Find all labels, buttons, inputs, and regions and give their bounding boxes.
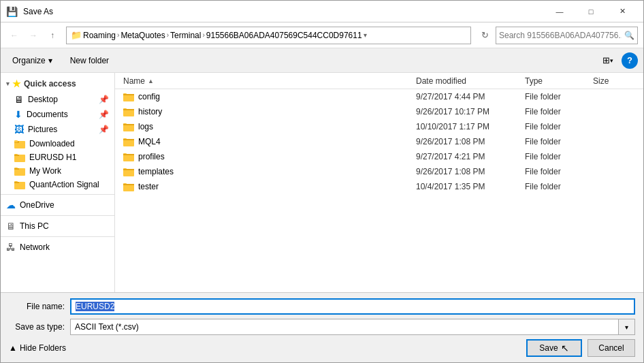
sort-arrow-icon: ▲ [148,78,154,84]
file-name: templates [138,167,174,176]
quickaccess-icon: ★ [12,78,21,89]
cancel-button[interactable]: Cancel [587,339,635,357]
cancel-label: Cancel [598,343,624,353]
folder-icon [123,167,134,176]
window-controls: — □ ✕ [544,1,638,22]
table-row[interactable]: templates 9/26/2017 1:08 PM File folder [115,164,643,179]
help-button[interactable]: ? [622,52,638,69]
svg-rect-26 [123,154,134,155]
thispc-label: This PC [20,221,49,231]
breadcrumb-terminal[interactable]: Terminal [170,31,201,40]
file-type: File folder [522,122,590,131]
file-name: history [138,107,162,116]
breadcrumb-roaming[interactable]: Roaming [83,31,116,40]
new-folder-button[interactable]: New folder [64,52,115,69]
col-name-header[interactable]: Name ▲ [120,76,413,86]
back-button[interactable]: ← [6,27,22,44]
sidebar-item-label: Desktop [28,95,58,104]
file-type: File folder [522,167,590,176]
svg-rect-2 [14,140,18,142]
table-row[interactable]: logs 10/10/2017 1:17 PM File folder [115,119,643,134]
breadcrumb-guid[interactable]: 915566BA06ADA407569C544CC0D97611 [206,31,362,40]
svg-rect-5 [14,155,19,156]
sidebar-item-mywork[interactable]: My Work [1,164,114,178]
folder-icon [14,139,25,148]
view-button[interactable]: ⊞ ▾ [600,52,616,69]
hide-folders-toggle[interactable]: ▲ Hide Folders [9,343,66,353]
sidebar-item-quantaction[interactable]: QuantAction Signal [1,178,114,191]
sidebar-item-network[interactable]: 🖧 Network [1,240,114,255]
file-rows-container: config 9/27/2017 4:44 PM File folder his… [115,89,643,194]
file-date: 9/26/2017 1:08 PM [413,137,522,146]
table-row[interactable]: profiles 9/27/2017 4:21 PM File folder [115,149,643,164]
sidebar-item-desktop[interactable]: 🖥 Desktop 📌 [1,92,114,107]
sidebar-item-eurusd[interactable]: EURUSD H1 [1,151,114,164]
svg-rect-23 [123,139,134,140]
file-date: 9/26/2017 10:17 PM [413,107,522,116]
filetype-value: ASCII Text (*.csv) [71,322,618,332]
save-button[interactable]: Save ↖ [526,339,582,357]
sidebar-item-downloaded[interactable]: Downloaded [1,137,114,151]
file-date: 9/26/2017 1:08 PM [413,167,522,176]
filename-input[interactable] [70,298,635,315]
folder-icon [14,180,25,189]
filetype-select-wrapper: ASCII Text (*.csv) ▾ [70,319,635,335]
file-list-header: Name ▲ Date modified Type Size [115,73,643,89]
sidebar-item-thispc[interactable]: 🖥 This PC [1,219,114,234]
file-type: File folder [522,152,590,161]
maximize-button[interactable]: □ [575,1,607,22]
file-name: config [138,92,160,101]
organize-label: Organize [12,56,46,65]
search-container: 🔍 [496,27,638,44]
sidebar-item-onedrive[interactable]: ☁ OneDrive [1,198,114,212]
pin-icon: 📌 [99,110,109,119]
svg-rect-11 [14,182,19,183]
folder-icon [123,137,134,146]
forward-button[interactable]: → [25,27,42,44]
pin-icon: 📌 [99,125,109,134]
folder-icon [123,107,134,116]
table-row[interactable]: MQL4 9/26/2017 1:08 PM File folder [115,134,643,149]
pictures-icon: 🖼 [14,124,24,135]
search-icon: 🔍 [624,31,634,40]
sidebar-item-documents[interactable]: ⬇ Documents 📌 [1,107,114,122]
search-input[interactable] [499,31,622,40]
sidebar-item-label: My Work [29,166,61,176]
col-type-header[interactable]: Type [522,76,590,86]
refresh-button[interactable]: ↻ [477,27,493,44]
cursor-icon: ↖ [561,343,569,353]
sidebar: ▾ ★ Quick access 🖥 Desktop 📌 ⬇ Documents [1,73,115,292]
close-button[interactable]: ✕ [607,1,638,22]
sidebar-divider-1 [1,194,114,195]
window-icon: 💾 [6,6,18,17]
thispc-icon: 🖥 [6,221,16,232]
breadcrumb-metaquotes[interactable]: MetaQuotes [120,31,165,40]
onedrive-label: OneDrive [20,200,54,210]
minimize-button[interactable]: — [544,1,575,22]
table-row[interactable]: config 9/27/2017 4:44 PM File folder [115,89,643,104]
filetype-dropdown-arrow[interactable]: ▾ [618,319,634,334]
table-row[interactable]: tester 10/4/2017 1:35 PM File folder [115,179,643,194]
col-size-header[interactable]: Size [590,76,638,86]
pin-icon: 📌 [99,95,109,104]
svg-rect-17 [123,109,134,110]
folder-icon [123,182,134,191]
help-icon: ? [627,55,632,65]
sidebar-item-label: Downloaded [29,139,75,148]
sidebar-item-label: Documents [27,110,68,119]
folder-icon [123,152,134,161]
sidebar-divider-3 [1,236,114,237]
sidebar-item-label: QuantAction Signal [29,180,99,189]
up-button[interactable]: ↑ [44,27,61,44]
col-date-header[interactable]: Date modified [413,76,522,86]
organize-button[interactable]: Organize ▾ [6,52,59,69]
desktop-icon: 🖥 [14,94,24,105]
view-icon: ⊞ [602,55,610,65]
save-label: Save [539,343,558,353]
quick-access-header[interactable]: ▾ ★ Quick access [1,76,114,92]
folder-icon-small: 📁 [71,30,82,40]
sidebar-divider-2 [1,215,114,216]
folder-icon [123,122,134,131]
sidebar-item-pictures[interactable]: 🖼 Pictures 📌 [1,122,114,137]
table-row[interactable]: history 9/26/2017 10:17 PM File folder [115,104,643,119]
